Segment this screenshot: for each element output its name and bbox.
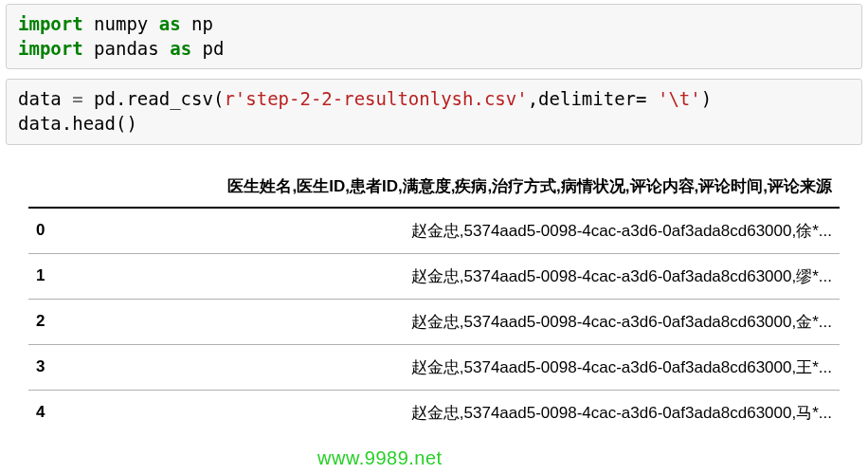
row-value: 赵金忠,5374aad5-0098-4cac-a3d6-0af3ada8cd63… [76, 390, 840, 435]
code-text: data [18, 88, 72, 109]
code-cell-2: data = pd.read_csv(r'step-2-2-resultonly… [6, 79, 862, 144]
string-literal: '\t' [658, 88, 701, 109]
row-index: 0 [28, 208, 76, 254]
string-literal: r'step-2-2-resultonlysh.csv' [224, 88, 527, 109]
alias-name: np [191, 13, 213, 34]
row-index: 1 [28, 253, 76, 299]
code-cell-1: import numpy as np import pandas as pd [6, 4, 862, 69]
dataframe-table: 医生姓名,医生ID,患者ID,满意度,疾病,治疗方式,病情状况,评论内容,评论时… [28, 166, 840, 435]
row-index: 3 [28, 344, 76, 390]
table-row: 1 赵金忠,5374aad5-0098-4cac-a3d6-0af3ada8cd… [28, 253, 840, 299]
table-row: 2 赵金忠,5374aad5-0098-4cac-a3d6-0af3ada8cd… [28, 299, 840, 344]
table-row: 4 赵金忠,5374aad5-0098-4cac-a3d6-0af3ada8cd… [28, 390, 840, 435]
alias-name: pd [203, 38, 225, 59]
module-name: pandas [94, 38, 159, 59]
row-index: 2 [28, 299, 76, 344]
keyword-as: as [170, 38, 191, 59]
code-text: ,delimiter= [528, 88, 658, 109]
code-text: ) [701, 88, 712, 109]
keyword-import: import [18, 13, 83, 34]
row-index: 4 [28, 390, 76, 435]
column-header: 医生姓名,医生ID,患者ID,满意度,疾病,治疗方式,病情状况,评论内容,评论时… [76, 166, 840, 208]
keyword-as: as [159, 13, 181, 34]
operator-equals: = [72, 88, 82, 109]
corner-cell [28, 166, 76, 208]
code-text: data.head() [18, 113, 137, 134]
table-header-row: 医生姓名,医生ID,患者ID,满意度,疾病,治疗方式,病情状况,评论内容,评论时… [28, 166, 840, 208]
code-text: pd.read_csv( [83, 88, 225, 109]
table-row: 0 赵金忠,5374aad5-0098-4cac-a3d6-0af3ada8cd… [28, 208, 840, 254]
row-value: 赵金忠,5374aad5-0098-4cac-a3d6-0af3ada8cd63… [76, 344, 840, 390]
output-area: 医生姓名,医生ID,患者ID,满意度,疾病,治疗方式,病情状况,评论内容,评论时… [6, 155, 862, 435]
keyword-import: import [18, 38, 83, 59]
module-name: numpy [94, 13, 148, 34]
watermark-text: www.9989.net [317, 447, 443, 469]
row-value: 赵金忠,5374aad5-0098-4cac-a3d6-0af3ada8cd63… [76, 208, 840, 254]
row-value: 赵金忠,5374aad5-0098-4cac-a3d6-0af3ada8cd63… [76, 253, 840, 299]
row-value: 赵金忠,5374aad5-0098-4cac-a3d6-0af3ada8cd63… [76, 299, 840, 344]
table-row: 3 赵金忠,5374aad5-0098-4cac-a3d6-0af3ada8cd… [28, 344, 840, 390]
